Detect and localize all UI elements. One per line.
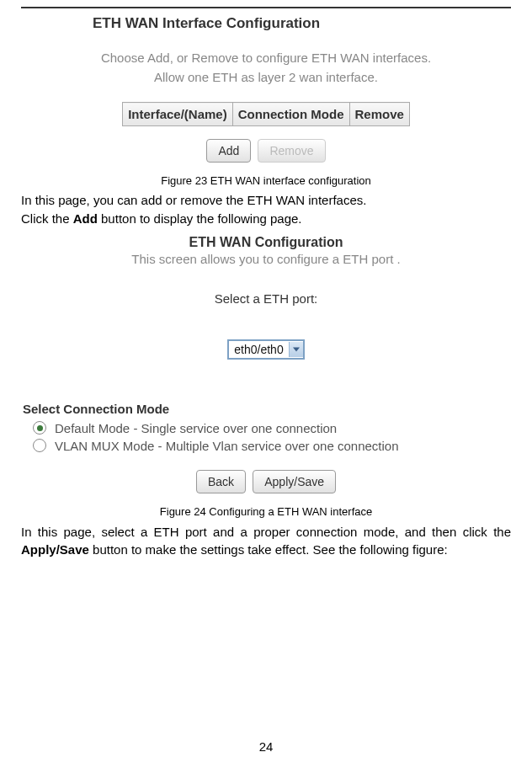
col-connection-mode: Connection Mode <box>232 103 349 126</box>
back-button[interactable]: Back <box>196 470 246 493</box>
figure23-subtitle-line1: Choose Add, or Remove to configure ETH W… <box>101 51 431 65</box>
figure23-subtitle: Choose Add, or Remove to configure ETH W… <box>38 49 494 87</box>
p2-a: In this page, select a ETH port and a pr… <box>21 525 511 539</box>
page-number: 24 <box>0 739 532 754</box>
figure-23-top-border <box>21 7 511 8</box>
figure23-subtitle-line2: Allow one ETH as layer 2 wan interface. <box>154 70 378 84</box>
figure23-caption: Figure 23 ETH WAN interface configuratio… <box>21 174 511 187</box>
radio-icon-selected <box>33 421 46 435</box>
figure24-caption: Figure 24 Configuring a ETH WAN interfac… <box>21 505 511 518</box>
figure24-subtitle: This screen allows you to configure a ET… <box>21 252 511 266</box>
radio-icon-unselected <box>33 439 46 452</box>
eth-port-dropdown-value: eth0/eth0 <box>229 341 288 358</box>
figure24-prompt: Select a ETH port: <box>21 291 511 306</box>
p2-c: button to make the settings take effect.… <box>89 542 448 557</box>
p1l2-a: Click the <box>21 211 73 226</box>
add-button[interactable]: Add <box>206 139 251 163</box>
paragraph-1-line2: Click the Add button to display the foll… <box>21 211 511 227</box>
figure23-title: ETH WAN Interface Configuration <box>93 15 511 32</box>
figure24-title: ETH WAN Configuration <box>21 235 511 250</box>
interface-table: Interface/(Name) Connection Mode Remove <box>122 102 410 126</box>
connection-mode-header: Select Connection Mode <box>23 402 511 416</box>
col-remove: Remove <box>349 103 409 126</box>
p1l2-c: button to display the following page. <box>98 211 302 226</box>
apply-save-button[interactable]: Apply/Save <box>253 470 336 493</box>
paragraph-1-line1: In this page, you can add or remove the … <box>21 192 511 209</box>
radio-vlan-mux-mode[interactable]: VLAN MUX Mode - Multiple Vlan service ov… <box>33 439 511 453</box>
radio-vlan-mux-mode-label: VLAN MUX Mode - Multiple Vlan service ov… <box>55 439 399 453</box>
p2-b: Apply/Save <box>21 542 89 557</box>
eth-port-dropdown[interactable]: eth0/eth0 <box>227 339 304 360</box>
radio-default-mode-label: Default Mode - Single service over one c… <box>55 421 337 435</box>
paragraph-2: In this page, select a ETH port and a pr… <box>21 523 511 560</box>
remove-button: Remove <box>258 139 325 163</box>
radio-default-mode[interactable]: Default Mode - Single service over one c… <box>33 421 511 435</box>
col-interface-name: Interface/(Name) <box>123 103 233 126</box>
chevron-down-icon <box>289 342 303 357</box>
p1l2-b: Add <box>73 211 98 226</box>
